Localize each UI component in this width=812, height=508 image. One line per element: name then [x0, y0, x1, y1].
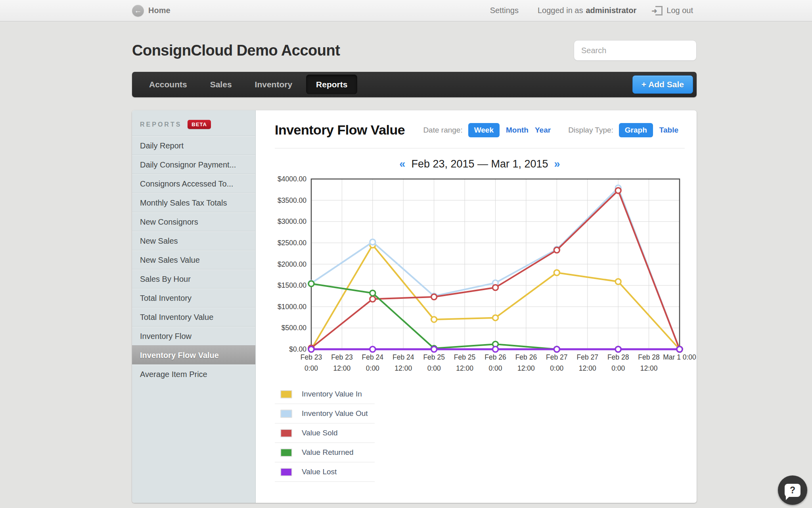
sidebar-item-new-consignors[interactable]: New Consignors	[132, 212, 255, 231]
x-axis-label: 12:00	[456, 364, 473, 372]
sidebar-item-total-inventory-value[interactable]: Total Inventory Value	[132, 307, 255, 326]
date-range-options: WeekMonthYear	[468, 123, 557, 137]
sidebar-heading: REPORTS	[140, 121, 182, 128]
sidebar-items: Daily ReportDaily Consignor Payment...Co…	[132, 136, 255, 383]
series-marker-value-lost	[308, 346, 314, 352]
home-button[interactable]: ← Home	[132, 5, 170, 17]
y-axis-label: $0.00	[289, 345, 306, 353]
nav-tabs: AccountsSalesInventoryReports	[138, 72, 360, 97]
x-axis-label: Feb 27	[546, 353, 567, 361]
x-axis-label: Feb 28	[638, 353, 659, 361]
legend-swatch-inventory-value-in	[280, 390, 292, 398]
legend-label: Value Lost	[302, 468, 337, 476]
x-axis-label: 12:00	[640, 364, 658, 372]
beta-badge: BETA	[188, 120, 211, 129]
x-axis-label: Feb 24	[362, 353, 384, 361]
sidebar-item-daily-report[interactable]: Daily Report	[132, 136, 255, 155]
legend-row-value-lost: Value Lost	[275, 462, 375, 482]
legend-row-value-sold: Value Sold	[275, 423, 375, 443]
next-period-button[interactable]: »	[554, 158, 560, 170]
nav-tab-inventory[interactable]: Inventory	[243, 72, 304, 97]
add-sale-button[interactable]: + Add Sale	[632, 75, 693, 94]
series-marker-inventory-value-in	[493, 315, 498, 321]
display-type-option-table[interactable]: Table	[659, 126, 678, 135]
x-axis-label: 12:00	[517, 364, 535, 372]
sidebar-item-daily-consignor-payment[interactable]: Daily Consignor Payment...	[132, 155, 255, 174]
y-axis-label: $2500.00	[278, 239, 306, 247]
legend-row-inventory-value-out: Inventory Value Out	[275, 404, 375, 423]
series-marker-value-lost	[370, 346, 375, 352]
back-arrow-icon: ←	[132, 5, 144, 17]
y-axis-label: $3000.00	[278, 217, 306, 225]
y-axis-label: $3500.00	[278, 196, 306, 204]
series-marker-value-lost	[615, 346, 621, 352]
report-header: Inventory Flow Value Date range: WeekMon…	[275, 122, 685, 138]
report-main: Inventory Flow Value Date range: WeekMon…	[256, 110, 697, 503]
chart-container: $0.00$500.00$1000.00$1500.00$2000.00$250…	[275, 174, 685, 376]
report-title: Inventory Flow Value	[275, 122, 405, 138]
legend-row-inventory-value-in: Inventory Value In	[275, 385, 375, 404]
series-marker-value-sold	[554, 247, 559, 253]
legend-swatch-value-returned	[280, 448, 292, 457]
sidebar-item-total-inventory[interactable]: Total Inventory	[132, 288, 255, 307]
sidebar-item-monthly-sales-tax-totals[interactable]: Monthly Sales Tax Totals	[132, 193, 255, 212]
display-type-option-graph[interactable]: Graph	[619, 123, 653, 137]
logout-button[interactable]: ➜ Log out	[655, 6, 693, 15]
help-bubble-icon: ?	[785, 484, 801, 497]
home-label: Home	[148, 6, 170, 15]
sidebar-item-new-sales-value[interactable]: New Sales Value	[132, 250, 255, 269]
top-bar-right: Settings Logged in as administrator ➜ Lo…	[490, 6, 693, 15]
settings-link[interactable]: Settings	[490, 6, 519, 15]
legend-swatch-inventory-value-out	[280, 410, 292, 418]
y-axis-label: $4000.00	[278, 175, 306, 183]
sidebar-header: REPORTS BETA	[132, 110, 255, 136]
date-range-option-year[interactable]: Year	[535, 126, 551, 135]
page-head: ConsignCloud Demo Account	[132, 38, 697, 63]
x-axis-label: 0:00	[427, 364, 441, 372]
nav-tab-reports[interactable]: Reports	[306, 75, 357, 94]
legend-label: Value Sold	[302, 429, 338, 437]
legend-swatch-value-sold	[280, 429, 292, 437]
chart-legend: Inventory Value InInventory Value OutVal…	[275, 385, 375, 482]
series-marker-value-sold	[493, 285, 498, 290]
x-axis-label: Mar 1 0:00	[663, 353, 696, 361]
date-range-label: Date range:	[423, 126, 462, 135]
search-input[interactable]	[574, 40, 697, 61]
x-axis-label: Feb 24	[393, 353, 414, 361]
series-marker-inventory-value-out	[370, 239, 375, 245]
sidebar-item-new-sales[interactable]: New Sales	[132, 231, 255, 250]
x-axis-label: 0:00	[550, 364, 563, 372]
sidebar-item-sales-by-hour[interactable]: Sales By Hour	[132, 269, 255, 288]
logout-door-icon: ➜	[655, 6, 663, 15]
series-marker-value-lost	[493, 346, 498, 352]
legend-label: Value Returned	[302, 448, 354, 457]
sidebar-item-inventory-flow[interactable]: Inventory Flow	[132, 326, 255, 345]
x-axis-label: 0:00	[488, 364, 502, 372]
nav-tab-accounts[interactable]: Accounts	[138, 72, 199, 97]
legend-row-value-returned: Value Returned	[275, 443, 375, 462]
previous-period-button[interactable]: «	[399, 158, 405, 170]
series-marker-value-returned	[308, 281, 314, 287]
series-marker-value-sold	[370, 296, 375, 302]
inventory-flow-chart: $0.00$500.00$1000.00$1500.00$2000.00$250…	[275, 174, 684, 376]
sidebar-item-consignors-accessed-to[interactable]: Consignors Accessed To...	[132, 174, 255, 193]
date-range-option-month[interactable]: Month	[506, 126, 529, 135]
y-axis-label: $1500.00	[278, 281, 306, 289]
sidebar-item-average-item-price[interactable]: Average Item Price	[132, 364, 255, 383]
x-axis-label: Feb 26	[485, 353, 506, 361]
series-marker-value-lost	[554, 346, 559, 352]
nav-tab-sales[interactable]: Sales	[199, 72, 243, 97]
display-type-label: Display Type:	[568, 126, 613, 135]
display-type-options: GraphTable	[619, 123, 685, 137]
x-axis-label: 0:00	[366, 364, 379, 372]
sidebar-item-inventory-flow-value[interactable]: Inventory Flow Value	[132, 345, 255, 364]
x-axis-label: Feb 23	[331, 353, 352, 361]
period-navigator: « Feb 23, 2015 — Mar 1, 2015 »	[275, 158, 685, 170]
x-axis-label: 0:00	[611, 364, 625, 372]
series-marker-value-returned	[370, 290, 375, 296]
y-axis-label: $500.00	[282, 324, 307, 332]
report-controls: Date range: WeekMonthYear Display Type: …	[423, 123, 685, 137]
logged-in-prefix: Logged in as	[538, 6, 583, 15]
help-button[interactable]: ?	[778, 475, 807, 505]
date-range-option-week[interactable]: Week	[468, 123, 500, 137]
